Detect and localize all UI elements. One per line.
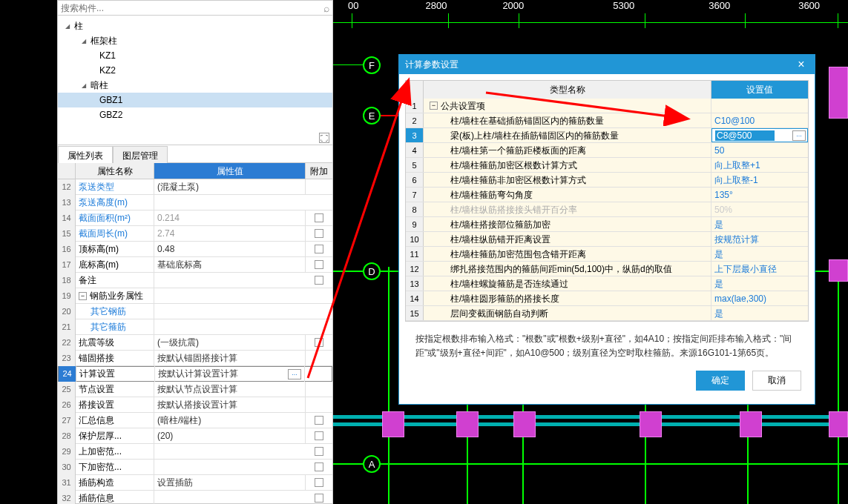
property-row[interactable]: 29上加密范... [58, 444, 332, 460]
property-value[interactable]: 0.48 [154, 242, 306, 257]
setting-value[interactable]: 是 [711, 247, 808, 261]
search-input[interactable] [61, 3, 323, 13]
checkbox[interactable] [315, 338, 323, 347]
property-value[interactable]: (混凝土泵) [154, 179, 306, 195]
setting-value[interactable]: 上下层最小直径 [711, 262, 808, 276]
property-row[interactable]: 14截面面积(m²)0.214 [58, 210, 332, 226]
property-row[interactable]: 25节点设置按默认节点设置计算 [58, 382, 332, 397]
property-value[interactable]: (暗柱/端柱) [154, 413, 306, 428]
tree-item[interactable]: 暗柱 [58, 78, 332, 93]
settings-row[interactable]: 1−公共设置项 [406, 99, 808, 113]
property-value[interactable]: 按默认节点设置计算 [154, 382, 306, 397]
tree-item[interactable]: 柱 [58, 19, 332, 33]
header-extra[interactable]: 附加 [306, 163, 332, 179]
column-block[interactable] [829, 67, 848, 119]
column-block[interactable] [382, 411, 404, 437]
property-row[interactable]: 16顶标高(m)0.48 [58, 242, 332, 257]
setting-input[interactable] [715, 130, 775, 141]
header-name[interactable]: 属性名称 [76, 163, 154, 179]
caret-icon[interactable] [64, 22, 71, 30]
setting-value[interactable]: 是 [711, 276, 808, 291]
setting-value[interactable] [711, 99, 808, 113]
component-tree[interactable]: 柱框架柱KZ1KZ2暗柱GBZ1GBZ2 [58, 16, 332, 145]
header-value[interactable]: 设置值 [711, 81, 808, 99]
ellipsis-button[interactable]: ··· [288, 369, 301, 379]
property-row[interactable]: 32插筋信息 [58, 491, 332, 504]
ok-button[interactable]: 确定 [696, 371, 745, 391]
setting-value[interactable]: 是 [711, 306, 808, 320]
tree-item[interactable]: KZ1 [58, 48, 332, 63]
property-row[interactable]: 13泵送高度(m) [58, 195, 332, 210]
property-row[interactable]: 20其它钢筋 [58, 304, 332, 319]
settings-row[interactable]: 3梁(板)上柱/墙柱在插筋锚固区内的箍筋数量··· [406, 128, 808, 143]
caret-icon[interactable] [80, 37, 88, 44]
property-value[interactable]: (一级抗震) [154, 335, 306, 351]
tree-item[interactable]: GBZ1 [58, 93, 332, 107]
checkbox[interactable] [315, 431, 323, 440]
settings-row[interactable]: 15层间变截面钢筋自动判断是 [406, 306, 808, 321]
setting-value[interactable]: 135° [711, 188, 808, 202]
property-row[interactable]: 17底标高(m)基础底标高 [58, 257, 332, 273]
property-row[interactable]: 19−钢筋业务属性 [58, 288, 332, 304]
property-value[interactable]: 0.214 [154, 210, 306, 226]
settings-row[interactable]: 7柱/墙柱箍筋弯勾角度135° [406, 188, 808, 202]
checkbox[interactable] [315, 245, 323, 253]
property-row[interactable]: 22抗震等级(一级抗震) [58, 335, 332, 351]
settings-row[interactable]: 13柱/墙柱螺旋箍筋是否连续通过是 [406, 276, 808, 291]
checkbox[interactable] [315, 447, 323, 456]
settings-row[interactable]: 10柱/墙柱纵筋错开距离设置按规范计算 [406, 232, 808, 247]
settings-row[interactable]: 6柱/墙柱箍筋非加密区根数计算方式向上取整-1 [406, 173, 808, 188]
property-value[interactable]: 按默认计算设置计算··· [155, 366, 305, 382]
tree-item[interactable]: KZ2 [58, 63, 332, 78]
property-value[interactable]: 按默认锚固搭接计算 [154, 351, 306, 366]
property-row[interactable]: 31插筋构造设置插筋 [58, 475, 332, 491]
checkbox[interactable] [315, 462, 323, 471]
header-type[interactable]: 类型名称 [424, 81, 711, 99]
close-icon[interactable]: × [794, 57, 809, 72]
setting-value[interactable]: 向上取整-1 [711, 173, 808, 187]
ellipsis-button[interactable]: ··· [792, 130, 806, 141]
setting-value[interactable]: ··· [711, 128, 808, 142]
setting-value[interactable]: C10@100 [711, 113, 808, 127]
settings-row[interactable]: 14柱/墙柱圆形箍筋的搭接长度max(lae,300) [406, 291, 808, 306]
setting-value[interactable]: 是 [711, 217, 808, 231]
header-value[interactable]: 属性值 [154, 163, 306, 179]
checkbox[interactable] [315, 416, 323, 425]
setting-value[interactable]: 按规范计算 [711, 232, 808, 246]
settings-row[interactable]: 4柱/墙柱第一个箍筋距楼板面的距离50 [406, 143, 808, 158]
maximize-icon[interactable]: ⛶ [319, 133, 329, 143]
property-value[interactable]: 设置插筋 [154, 475, 306, 491]
cancel-button[interactable]: 取消 [752, 371, 801, 391]
checkbox[interactable] [315, 478, 323, 487]
checkbox[interactable] [315, 276, 323, 285]
checkbox[interactable] [315, 260, 323, 269]
setting-value[interactable]: 向上取整+1 [711, 158, 808, 172]
settings-row[interactable]: 9柱/墙柱搭接部位箍筋加密是 [406, 217, 808, 232]
settings-row[interactable]: 12绑扎搭接范围内的箍筋间距min(5d,100)中，纵筋d的取值上下层最小直径 [406, 262, 808, 276]
column-block[interactable] [740, 411, 762, 437]
caret-icon[interactable] [80, 82, 88, 89]
tab-property-list[interactable]: 属性列表 [58, 146, 113, 163]
checkbox[interactable] [315, 494, 323, 503]
column-block[interactable] [640, 411, 662, 437]
property-row[interactable]: 30下加密范... [58, 460, 332, 475]
settings-row[interactable]: 5柱/墙柱箍筋加密区根数计算方式向上取整+1 [406, 158, 808, 173]
property-row[interactable]: 15截面周长(m)2.74 [58, 226, 332, 242]
property-value[interactable]: 2.74 [154, 226, 306, 242]
setting-value[interactable]: max(lae,300) [711, 291, 808, 305]
settings-row[interactable]: 11柱/墙柱箍筋加密范围包含错开距离是 [406, 247, 808, 262]
column-block[interactable] [829, 259, 848, 282]
property-row[interactable]: 24计算设置按默认计算设置计算··· [58, 366, 332, 382]
checkbox[interactable] [315, 229, 323, 238]
property-row[interactable]: 27汇总信息(暗柱/端柱) [58, 413, 332, 428]
property-row[interactable]: 21其它箍筋 [58, 319, 332, 335]
column-block[interactable] [829, 411, 848, 437]
setting-value[interactable]: 50 [711, 143, 808, 157]
tab-layer-manage[interactable]: 图层管理 [113, 146, 168, 163]
search-icon[interactable]: ⌕ [323, 2, 329, 14]
property-value[interactable]: 按默认搭接设置计算 [154, 397, 306, 413]
setting-value[interactable]: 50% [711, 202, 808, 216]
column-block[interactable] [513, 411, 536, 437]
settings-row[interactable]: 2柱/墙柱在基础插筋锚固区内的箍筋数量C10@100 [406, 113, 808, 128]
property-value[interactable]: (20) [154, 428, 306, 444]
